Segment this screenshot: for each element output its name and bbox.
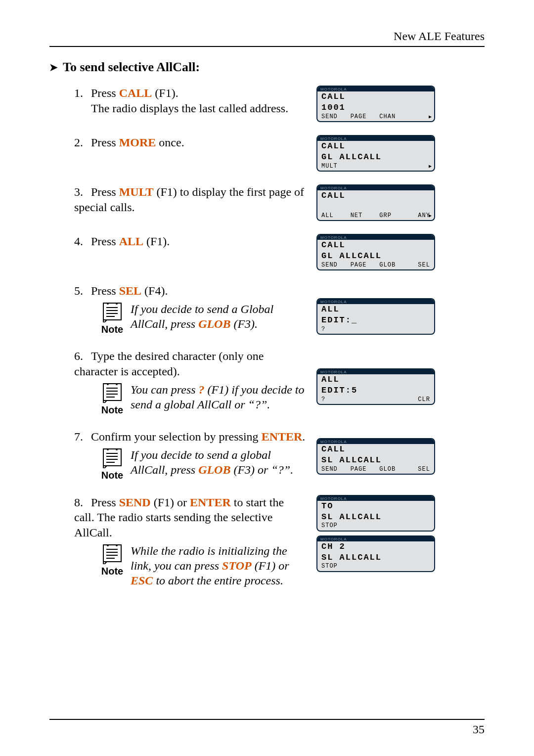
lcd-softkeys: SEND PAGE GLOB SEL (317, 466, 434, 474)
lcd-softkeys: ? CLR (317, 396, 434, 404)
note-icon: Note (101, 382, 124, 417)
lcd-line-1: CALL (317, 444, 434, 455)
step-num: 5. (74, 283, 91, 299)
softkey-f2: PAGE (351, 466, 372, 473)
softkey-f1: SEND (321, 262, 343, 268)
svg-marker-23 (103, 466, 107, 468)
note-icon: Note (101, 543, 124, 578)
svg-point-14 (116, 383, 118, 385)
note-icon: Note (101, 447, 124, 482)
softkey-f3: CHAN (379, 113, 401, 120)
note-block: Note You can press ? (F1) if you decide … (101, 382, 307, 417)
lcd-line-2: SL ALLCALL (317, 552, 434, 563)
step-num: 8. (74, 495, 91, 510)
softkey-f4: SEL (408, 466, 430, 473)
svg-rect-0 (103, 303, 121, 320)
svg-point-22 (116, 448, 118, 450)
key-more: MORE (119, 136, 156, 149)
note-c: to abort the entire process. (153, 574, 283, 587)
lcd-softkeys: STOP (317, 523, 434, 531)
step-4: 4.Press ALL (F1). MOTOROLA CALL GL ALLCA… (49, 234, 485, 270)
step-text: 7.Confirm your selection by pressing ENT… (49, 429, 307, 482)
softkey-f1: ? (321, 396, 343, 403)
lcd-line-1: ALL (317, 304, 434, 315)
key-enter: ENTER (190, 496, 231, 509)
lcd-line-1: CALL (317, 190, 434, 201)
lcd-line-2: GL ALLCALL (317, 251, 434, 262)
key-send: SEND (119, 496, 151, 509)
step-pre: Press (91, 87, 119, 99)
note-icon: Note (101, 302, 124, 336)
step-post: (F1). (152, 87, 178, 99)
svg-marker-15 (103, 400, 107, 403)
svg-marker-31 (103, 562, 107, 564)
lcd-display-4: MOTOROLA CALL GL ALLCALL SEND PAGE GLOB … (316, 234, 435, 270)
lcd-line-1: ALL (317, 374, 434, 385)
note-label: Note (101, 323, 123, 336)
screen-col: MOTOROLA CALL GL ALLCALL MULT ▶ (307, 135, 485, 172)
note-text: While the radio is initializing the link… (131, 543, 307, 588)
key-enter: ENTER (262, 430, 303, 443)
step-pre: Press (91, 284, 119, 297)
softkey-f1: MULT (321, 163, 343, 170)
screen-col: MOTOROLA ALL EDIT:5 ? CLR (307, 349, 485, 405)
lcd-display-7: MOTOROLA CALL SL ALLCALL SEND PAGE GLOB … (316, 438, 435, 475)
lcd-brand: MOTOROLA (317, 136, 434, 141)
lcd-brand: MOTOROLA (317, 185, 434, 190)
lcd-softkeys: SEND PAGE GLOB SEL (317, 262, 434, 269)
svg-point-21 (107, 448, 109, 450)
lcd-line-2: SL ALLCALL (317, 455, 434, 466)
lcd-softkeys: ALL NET GRP ANY ▶ (317, 212, 434, 220)
key-mult: MULT (119, 185, 154, 198)
step-1: 1.Press CALL (F1). The radio displays th… (49, 86, 485, 122)
step-post: once. (156, 136, 184, 149)
lcd-line-1: TO (317, 501, 434, 512)
softkey-f2: PAGE (351, 262, 372, 268)
lcd-brand: MOTOROLA (317, 439, 434, 444)
step-text: 8.Press SEND (F1) or ENTER to start the … (49, 495, 307, 588)
softkey-f4: ANY (408, 212, 430, 219)
step-6: 6.Type the desired character (only one c… (49, 349, 485, 416)
page: New ALE Features ➤ To send selective All… (0, 0, 534, 756)
lcd-display-1: MOTOROLA CALL 1001 SEND PAGE CHAN ▶ (316, 86, 435, 122)
note-label: Note (101, 404, 123, 417)
step-a: Press (91, 496, 119, 509)
note-text: If you decide to send a global AllCall, … (131, 447, 307, 477)
lcd-line-1: CH 2 (317, 541, 434, 552)
lcd-line-2 (317, 201, 434, 212)
svg-rect-16 (103, 449, 121, 466)
screen-col: MOTOROLA CALL GL ALLCALL SEND PAGE GLOB … (307, 234, 485, 270)
key-glob: GLOB (198, 463, 230, 476)
lcd-line-1: CALL (317, 91, 434, 102)
lcd-brand: MOTOROLA (317, 369, 434, 374)
section-title-text: To send selective AllCall: (63, 60, 200, 75)
key-stop: STOP (222, 559, 252, 572)
section-title: ➤ To send selective AllCall: (49, 60, 485, 75)
step-post: (F1). (143, 235, 170, 248)
step-text: 2.Press MORE once. (49, 135, 307, 150)
note-block: Note If you decide to send a Global AllC… (101, 302, 307, 336)
svg-point-29 (107, 544, 109, 546)
lcd-display-8b: MOTOROLA CH 2 SL ALLCALL STOP (316, 535, 435, 572)
note-block: Note While the radio is initializing the… (101, 543, 307, 588)
lcd-softkeys: MULT ▶ (317, 163, 434, 171)
softkey-f1: SEND (321, 113, 343, 120)
lcd-line-1: CALL (317, 141, 434, 152)
step-num: 3. (74, 184, 91, 200)
more-arrow-icon: ▶ (429, 213, 432, 219)
step-text: 6.Type the desired character (only one c… (49, 349, 307, 416)
lcd-line-1: CALL (317, 240, 434, 251)
lcd-line-2: SL ALLCALL (317, 512, 434, 523)
step-pre: Press (91, 136, 119, 149)
softkey-f2: NET (351, 212, 372, 219)
softkey-f3: GLOB (379, 466, 401, 473)
svg-marker-7 (103, 320, 107, 322)
running-head: New ALE Features (49, 30, 485, 43)
softkey-f4: CLR (408, 396, 430, 403)
svg-point-6 (116, 303, 118, 305)
proc-arrow-icon: ➤ (49, 61, 58, 73)
lcd-brand: MOTOROLA (317, 536, 434, 541)
more-arrow-icon: ▶ (429, 163, 432, 169)
screen-col: MOTOROLA ALL EDIT:_ ? (307, 283, 485, 335)
note-block: Note If you decide to send a global AllC… (101, 447, 307, 482)
